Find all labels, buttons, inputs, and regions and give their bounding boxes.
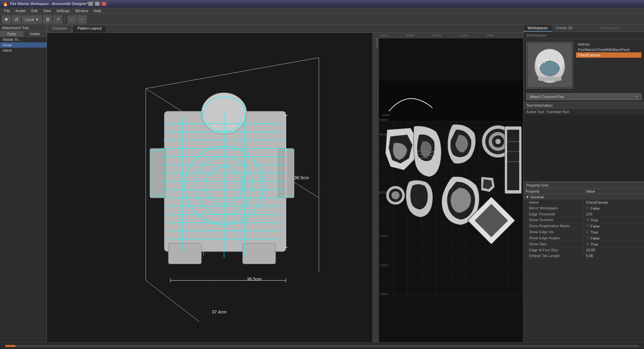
checkbox-show-tabs[interactable]: ☑: [586, 242, 589, 246]
svg-point-84: [495, 139, 501, 144]
prop-value-show-edge-ids[interactable]: ☑ True: [584, 229, 644, 235]
separator-1: [65, 16, 65, 23]
titlebar: 🔥 Fire Warrior Workspace - Armorsmith De…: [0, 0, 644, 7]
ruler-top-mark-4: 1.20m: [460, 34, 468, 37]
prop-col-value: Value: [584, 189, 644, 194]
part-item-middle[interactable]: Middle To ...: [0, 37, 47, 42]
checkbox-show-edge-angles[interactable]: ☐: [586, 236, 589, 240]
attachment-tree-title: Attachment Tree: [0, 25, 47, 31]
checkbox-show-reg-marks[interactable]: ☐: [586, 224, 589, 228]
prop-row-show-reg-marks: Show Registration Marks ☐ False: [524, 223, 644, 229]
prop-value-show-reg-marks[interactable]: ☐ False: [584, 223, 644, 229]
attach-costume-part-button[interactable]: Attach Costume Part +: [526, 93, 641, 100]
tool-info-canvas-area: [524, 115, 644, 182]
close-button[interactable]: ✕: [101, 1, 107, 6]
prop-row-edge-threshold: Edge Threshold 170: [524, 211, 644, 217]
prop-row-edge-font-size: Edge Id Font Size 10.00: [524, 247, 644, 253]
prop-value-show-tabs[interactable]: ☑ True: [584, 241, 644, 247]
prop-value-mirror[interactable]: ☐ False: [584, 205, 644, 211]
menu-view[interactable]: View: [40, 7, 54, 14]
tab-create-2d[interactable]: Create 2D: [552, 25, 577, 32]
collapse-icon: ▼: [526, 195, 529, 199]
tab-costume[interactable]: Costume: [47, 25, 72, 33]
right-sidebar: Workspaces Create 2D Workspaces Workspac…: [523, 25, 644, 342]
workspaces-panel: Workspaces Create 2D Workspaces Workspac…: [524, 25, 644, 102]
statusbar-progress: [5, 345, 639, 347]
svg-point-89: [391, 191, 399, 199]
prop-value-show-edge-angles[interactable]: ☐ False: [584, 235, 644, 241]
checkbox-show-textures[interactable]: ☑: [586, 218, 589, 222]
undo-button[interactable]: ←: [68, 15, 76, 23]
part-item-hand[interactable]: Hand: [0, 48, 47, 53]
attachment-panel: Attachment Tree Parts Visible Middle To …: [0, 25, 47, 342]
prop-name-show-edge-ids: Show Edge Ids: [524, 229, 584, 235]
menubar: File Avatar Edit View Settings Window He…: [0, 7, 644, 14]
menu-settings[interactable]: Settings: [54, 7, 72, 14]
helmet-preview-svg: [528, 43, 572, 87]
svg-rect-95: [538, 77, 561, 81]
checkbox-mirror[interactable]: ☐: [586, 206, 589, 210]
ruler-top-mark-2: 40.0cm: [406, 34, 415, 37]
new-button[interactable]: ✚: [2, 15, 11, 23]
viewport-area: 36.5cm 36.5cm 37.4cm: [47, 33, 523, 342]
workspace-item-helmet[interactable]: Helmet: [576, 42, 641, 47]
property-table: ▼ General Name ChestCanvas Mirror Worksp…: [524, 194, 644, 342]
maximize-button[interactable]: □: [95, 1, 100, 6]
statusbar: [0, 342, 644, 349]
property-grid: Property Grid Property Value ▼ General N…: [524, 182, 644, 342]
refresh-button[interactable]: ↺: [12, 15, 21, 23]
workspaces-section-header: Workspaces: [524, 32, 644, 39]
workspaces-panel-title: Workspaces: [598, 25, 623, 32]
ruler-top-mark-1: 0.0cm: [380, 34, 387, 37]
active-tool-label: Active Tool: Translate Tool: [524, 109, 644, 115]
app-icon: 🔥: [3, 1, 8, 6]
part-item-head[interactable]: Head: [0, 42, 47, 48]
minimize-button[interactable]: ─: [88, 1, 93, 6]
statusbar-bar-fill: [5, 345, 15, 347]
workspace-preview: [526, 42, 573, 89]
settings-button[interactable]: ⚙: [43, 15, 52, 23]
menu-help[interactable]: Help: [91, 7, 104, 14]
local-dropdown[interactable]: Local ▼: [22, 15, 42, 23]
ruler-top-mark-5: 1.60m: [486, 34, 494, 37]
ruler-top-mark-3: 80.0cm: [433, 34, 442, 37]
prop-value-show-textures[interactable]: ☑ True: [584, 217, 644, 223]
prop-value-tab-length[interactable]: 5.00: [584, 253, 644, 258]
workspace-item-chest[interactable]: FireWarriorChestWithBackPack: [576, 47, 641, 52]
parts-list: Middle To ... Head Hand: [0, 37, 47, 342]
export-button[interactable]: ↗: [53, 15, 62, 23]
viewport-3d-canvas: 36.5cm 36.5cm 37.4cm: [47, 33, 372, 342]
tab-workspaces[interactable]: Workspaces: [524, 25, 552, 32]
viewport-3d[interactable]: 36.5cm 36.5cm 37.4cm: [47, 33, 372, 342]
parts-header: Parts Visible: [0, 31, 47, 37]
menu-window[interactable]: Window: [72, 7, 91, 14]
workspace-list: Helmet FireWarriorChestWithBackPack Ches…: [576, 42, 641, 89]
main-area: Attachment Tree Parts Visible Middle To …: [0, 25, 644, 342]
menu-edit[interactable]: Edit: [29, 7, 40, 14]
prop-row-tab-length: Default Tab Length 5.00: [524, 253, 644, 259]
prop-name-name: Name: [524, 200, 584, 205]
titlebar-title: Fire Warrior Workspace - Armorsmith Desi…: [10, 2, 88, 6]
parts-tab[interactable]: Parts: [0, 31, 23, 37]
prop-name-show-textures: Show Textures: [524, 217, 584, 223]
prop-section-general: ▼ General: [524, 194, 644, 200]
svg-text:0.0cm: 0.0cm: [382, 113, 390, 117]
menu-avatar[interactable]: Avatar: [13, 7, 29, 14]
prop-value-edge-font-size[interactable]: 10.00: [584, 247, 644, 253]
prop-row-show-tabs: Show Tabs ☑ True: [524, 241, 644, 247]
pattern-2d-canvas[interactable]: 0.0cm: [379, 38, 523, 342]
visible-tab[interactable]: Visible: [23, 31, 47, 37]
prop-value-name[interactable]: ChestCanvas: [584, 200, 644, 205]
workspace-item-chest-canvas[interactable]: ChestCanvas: [576, 52, 641, 58]
measurement-2: 36.5cm: [247, 277, 262, 282]
menu-file[interactable]: File: [1, 7, 13, 14]
svg-rect-86: [507, 130, 519, 190]
svg-rect-12: [243, 243, 275, 264]
redo-button[interactable]: →: [78, 15, 87, 23]
pattern-layout-panel: -80.0cm -40.0cm 0.0cm 40.0cm 80.0cm 1.20…: [372, 33, 523, 342]
prop-col-property: Property: [524, 189, 584, 194]
prop-value-edge-threshold[interactable]: 170: [584, 211, 644, 217]
checkbox-show-edge-ids[interactable]: ☑: [586, 230, 589, 234]
tab-pattern-layout[interactable]: Pattern Layout: [72, 25, 107, 33]
measurement-1: 36.5cm: [294, 175, 309, 180]
